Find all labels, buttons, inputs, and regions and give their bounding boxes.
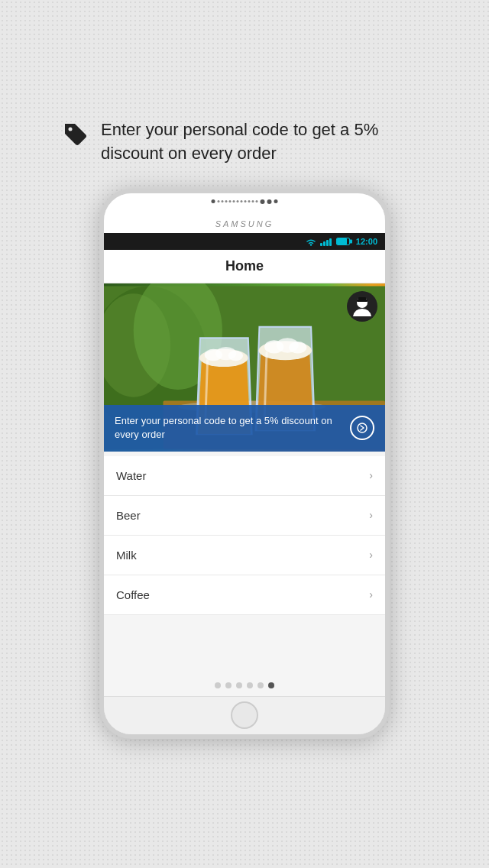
chevron-icon-water: › — [369, 469, 373, 481]
promo-overlay-text: Enter your personal code to get a 5% dis… — [115, 414, 342, 442]
svg-point-1 — [310, 244, 312, 245]
home-button[interactable] — [231, 701, 258, 729]
avatar-button[interactable] — [347, 291, 377, 322]
app-header: Home — [104, 250, 385, 283]
power-button — [387, 308, 390, 354]
menu-item-label-beer: Beer — [116, 509, 141, 522]
pagination-dot-3 — [236, 682, 242, 688]
phone-frame: SAMSUNG — [99, 189, 390, 739]
brand-label: SAMSUNG — [215, 219, 274, 228]
tag-icon — [61, 120, 89, 147]
pagination-dot-1 — [215, 682, 221, 688]
svg-point-16 — [289, 342, 306, 353]
svg-point-20 — [358, 423, 367, 432]
chevron-icon-milk: › — [369, 549, 373, 561]
menu-item-beer[interactable]: Beer › — [104, 496, 385, 536]
phone-top-hardware: SAMSUNG — [104, 193, 385, 233]
hero-area: Enter your personal code to get a 5% dis… — [104, 283, 385, 452]
top-promo-text: Enter your personal code to get a 5% dis… — [101, 118, 428, 166]
chevron-icon-coffee: › — [369, 588, 373, 601]
pagination-dots — [104, 675, 385, 696]
menu-item-coffee[interactable]: Coffee › — [104, 575, 385, 615]
signal-bars — [320, 237, 332, 246]
svg-rect-19 — [358, 297, 366, 301]
svg-point-12 — [228, 350, 243, 361]
status-time: 12:00 — [356, 237, 377, 246]
menu-item-label-coffee: Coffee — [116, 588, 150, 601]
arrow-right-icon — [357, 423, 368, 433]
phone-bottom-hardware — [104, 696, 385, 734]
menu-item-water[interactable]: Water › — [104, 456, 385, 496]
menu-list: Water › Beer › Milk › Coffee › — [104, 452, 385, 675]
chevron-icon-beer: › — [369, 509, 373, 521]
promo-arrow-button[interactable] — [350, 416, 374, 440]
status-bar: 12:00 — [104, 233, 385, 250]
app-title: Home — [225, 258, 264, 274]
battery-icon — [336, 238, 350, 245]
pagination-dot-5 — [257, 682, 264, 688]
hero-image: Enter your personal code to get a 5% dis… — [104, 283, 385, 452]
menu-item-label-milk: Milk — [116, 549, 137, 562]
wifi-icon — [305, 237, 317, 246]
menu-item-label-water: Water — [116, 469, 146, 482]
promo-overlay[interactable]: Enter your personal code to get a 5% dis… — [104, 405, 385, 451]
status-icons: 12:00 — [305, 237, 377, 246]
phone-screen: 12:00 Home — [104, 233, 385, 696]
avatar-icon — [351, 295, 374, 318]
pagination-dot-6-active — [268, 682, 274, 688]
svg-point-0 — [69, 128, 73, 131]
menu-item-milk[interactable]: Milk › — [104, 536, 385, 575]
pagination-dot-4 — [247, 682, 253, 688]
volume-button — [99, 316, 102, 346]
top-promo-banner: Enter your personal code to get a 5% dis… — [61, 118, 428, 166]
pagination-dot-2 — [225, 682, 232, 688]
